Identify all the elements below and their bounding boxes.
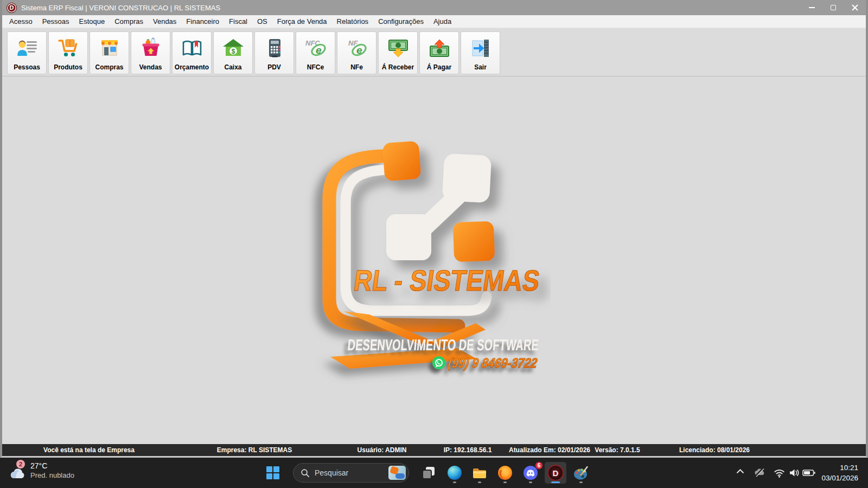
taskbar-paint-app-button[interactable] — [570, 462, 592, 484]
dollar-glyph: $ — [231, 48, 235, 55]
taskbar: 2 27°C Pred. nublado Pesquisar — [0, 458, 868, 488]
logo-brand: RL - SISTEMAS — [352, 264, 541, 297]
toolbar-button-orcamento[interactable]: Orçamento — [172, 31, 212, 74]
money-receive-icon — [386, 35, 410, 61]
taskbar-edge-button[interactable] — [444, 462, 465, 484]
file-explorer-icon — [472, 465, 487, 480]
toolbar-button-label: Orçamento — [175, 63, 209, 71]
tray-expand-button[interactable] — [737, 468, 744, 473]
active-running-indicator — [551, 481, 560, 483]
toolbar-button-nfe[interactable]: NF e NFe — [337, 31, 376, 74]
svg-text:(99) 9 8469-3722: (99) 9 8469-3722 — [447, 355, 538, 370]
toolbar-button-label: NFCe — [307, 63, 324, 71]
nfe-logo-icon: NF e — [345, 35, 369, 61]
toolbar-button-sair[interactable]: Sair — [461, 31, 500, 74]
nfce-e: e — [316, 44, 322, 56]
logo-tagline: DESENVOLVIMENTO DE SOFTWARE — [347, 336, 539, 354]
toolbar-button-label: PDV — [267, 63, 281, 71]
menu-vendas[interactable]: Vendas — [148, 16, 181, 27]
app-initial: D — [10, 4, 14, 11]
running-indicator — [503, 481, 507, 483]
toolbar-button-label: Á Pagar — [427, 63, 451, 71]
maximize-icon — [831, 5, 836, 10]
exit-icon — [469, 35, 493, 61]
mdi-workspace: RL - SISTEMAS DESENVOLVIMENTO DE SOFTWAR… — [2, 76, 866, 444]
app-logo-icon: D — [7, 3, 17, 13]
shopping-cart-icon — [56, 35, 80, 61]
task-view-button[interactable] — [418, 462, 439, 484]
running-indicator — [453, 481, 456, 483]
paint-palette-icon — [573, 465, 589, 480]
tray-wifi-button[interactable] — [774, 468, 785, 478]
running-indicator — [529, 481, 532, 483]
clock-time: 10:21 — [812, 463, 858, 473]
search-daily-image[interactable] — [388, 466, 406, 480]
tray-onedrive-button[interactable] — [754, 467, 765, 477]
status-ip: IP: 192.168.56.1 — [444, 446, 492, 454]
nfe-e: e — [356, 44, 362, 56]
tray-volume-button[interactable] — [789, 468, 799, 477]
firefox-icon — [497, 465, 513, 480]
speaker-icon — [789, 468, 799, 477]
menu-forca-de-venda[interactable]: Força de Venda — [272, 16, 332, 27]
menu-os[interactable]: OS — [252, 16, 272, 27]
menu-ajuda[interactable]: Ajuda — [429, 16, 456, 27]
menu-relatorios[interactable]: Relatórios — [332, 16, 374, 27]
taskbar-discord-button[interactable]: 6 — [520, 462, 541, 484]
toolbar-button-label: Vendas — [139, 63, 162, 71]
taskbar-search-input[interactable]: Pesquisar — [293, 463, 409, 483]
erp-app-icon: D — [547, 465, 564, 481]
toolbar: Pessoas Produtos — [2, 28, 866, 76]
title-bar: D Sistema ERP Fiscal | VERONI CONSTRUCAO… — [2, 0, 866, 15]
maximize-button[interactable] — [822, 0, 844, 15]
menu-acesso[interactable]: Acesso — [4, 16, 37, 27]
start-button[interactable] — [262, 462, 284, 484]
weather-badge: 2 — [16, 460, 25, 468]
status-bar: Você está na tela de Empresa Empresa: RL… — [2, 444, 866, 456]
weather-temp: 27°C — [30, 461, 47, 470]
minimize-button[interactable] — [801, 0, 822, 15]
taskbar-erp-app-button[interactable]: D — [545, 462, 566, 484]
rl-sistemas-logo: RL - SISTEMAS DESENVOLVIMENTO DE SOFTWAR… — [296, 139, 551, 391]
window-title: Sistema ERP Fiscal | VERONI CONSTRUCAO |… — [21, 4, 220, 12]
toolbar-button-pessoas[interactable]: Pessoas — [7, 31, 47, 74]
chevron-up-icon — [737, 468, 744, 473]
svg-text:DESENVOLVIMENTO DE SOFTWARE: DESENVOLVIMENTO DE SOFTWARE — [347, 336, 539, 354]
toolbar-button-label: Á Receber — [382, 63, 414, 71]
taskbar-clock[interactable]: 10:21 03/01/2026 — [812, 463, 858, 483]
status-user: Usuário: ADMIN — [358, 446, 407, 454]
toolbar-button-produtos[interactable]: Produtos — [48, 31, 88, 74]
toolbar-button-pdv[interactable]: PDV — [254, 31, 294, 74]
clock-date: 03/01/2026 — [812, 473, 858, 483]
menu-compras[interactable]: Compras — [110, 16, 148, 27]
toolbar-button-vendas[interactable]: Vendas — [131, 31, 170, 74]
weather-condition: Pred. nublado — [30, 471, 74, 479]
task-view-icon — [422, 466, 436, 480]
status-company: Empresa: RL SISTEMAS — [217, 446, 292, 454]
toolbar-button-a-pagar[interactable]: Á Pagar — [419, 31, 459, 74]
toolbar-button-a-receber[interactable]: Á Receber — [378, 31, 418, 74]
pos-terminal-icon — [263, 35, 286, 61]
toolbar-button-label: NFe — [350, 63, 363, 71]
toolbar-button-compras[interactable]: Compras — [90, 31, 129, 74]
menu-configuracoes[interactable]: Configurações — [373, 16, 429, 27]
person-list-icon — [15, 35, 39, 61]
toolbar-button-label: Produtos — [54, 63, 82, 71]
toolbar-button-nfce[interactable]: NFC e NFCe — [296, 31, 335, 74]
storefront-icon — [98, 35, 122, 61]
close-button[interactable] — [844, 0, 866, 15]
toolbar-button-label: Compras — [95, 63, 123, 71]
erp-app-window: D Sistema ERP Fiscal | VERONI CONSTRUCAO… — [0, 0, 868, 458]
menu-pessoas[interactable]: Pessoas — [37, 16, 74, 27]
menu-estoque[interactable]: Estoque — [74, 16, 110, 27]
minimize-icon — [809, 7, 815, 8]
taskbar-explorer-button[interactable] — [469, 462, 490, 484]
taskbar-firefox-button[interactable] — [494, 462, 516, 484]
menu-financeiro[interactable]: Financeiro — [181, 16, 224, 27]
toolbar-button-caixa[interactable]: $ Caixa — [213, 31, 253, 74]
menu-fiscal[interactable]: Fiscal — [224, 16, 252, 27]
open-book-icon — [180, 35, 204, 61]
toolbar-button-label: Pessoas — [14, 63, 40, 71]
nfce-logo-icon: NFC e — [304, 35, 328, 61]
taskbar-weather-widget[interactable]: 2 27°C Pred. nublado — [7, 459, 99, 486]
